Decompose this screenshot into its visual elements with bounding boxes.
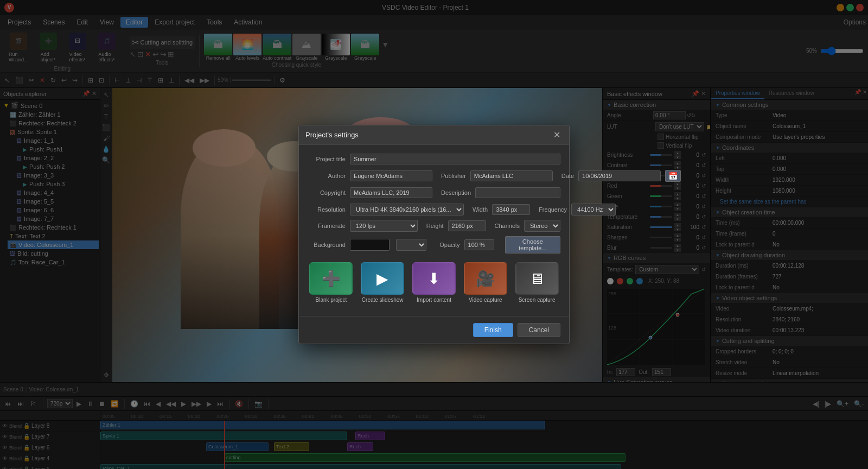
modal-body: Project title Author Publisher Date 📅 Co… [299,145,569,316]
framerate-label: Framerate [308,223,346,229]
import-template[interactable]: ⬇ Import content [411,262,458,303]
import-name: Import content [417,297,451,303]
project-title-row: Project title [308,154,560,164]
modal-title-text: Project's settings [305,131,359,139]
slideshow-name: Create slideshow [362,297,404,303]
modal: Project's settings ✕ Project title Autho… [298,125,570,344]
width-label2: Width [473,206,488,213]
frequency-select[interactable]: 44100 Hz [571,204,616,216]
copyright-input[interactable] [350,187,432,198]
calendar-button[interactable]: 📅 [665,170,681,182]
date-input[interactable] [578,170,661,181]
screen-capture-template[interactable]: 🖥 Screen capture [513,262,560,303]
screen-icon: 🖥 [529,270,545,288]
screen-thumb: 🖥 [515,262,559,295]
channels-label: Channels [495,223,520,229]
slideshow-thumb: ▶ [361,262,404,295]
import-icon: ⬇ [427,270,440,288]
background-label: Background [308,242,346,248]
description-label: Description [441,189,471,196]
height-input[interactable] [448,220,486,231]
width-input[interactable] [492,204,530,215]
cancel-button[interactable]: Cancel [518,323,560,337]
capture-icon: 🎥 [476,270,495,288]
import-thumb: ⬇ [412,262,456,295]
author-label: Author [308,173,346,179]
publisher-input[interactable] [470,170,553,181]
project-title-label: Project title [308,156,346,162]
height-label2: Height [426,223,444,229]
framerate-select[interactable]: 120 fps [350,220,418,232]
blank-icon: ➕ [322,270,341,288]
background-row: Background Opacity Choose template... [308,236,560,253]
finish-button[interactable]: Finish [473,323,513,337]
choose-template-button[interactable]: Choose template... [505,236,560,253]
frequency-label: Frequency [539,206,567,213]
description-input[interactable] [475,187,560,198]
background-select[interactable] [396,239,426,251]
screen-name: Screen capture [519,297,556,303]
blank-project-template[interactable]: ➕ Blank project [308,262,355,303]
opacity-label: Opacity [439,242,459,248]
author-input[interactable] [350,170,432,181]
video-capture-template[interactable]: 🎥 Video capture [462,262,509,303]
templates-grid: ➕ Blank project ▶ Create slideshow ⬇ Imp… [308,258,560,307]
author-row: Author Publisher Date 📅 [308,170,560,182]
slideshow-icon: ▶ [376,270,388,288]
project-title-input[interactable] [350,154,560,164]
capture-name: Video capture [469,297,502,303]
publisher-label: Publisher [441,173,466,179]
copyright-label: Copyright [308,189,346,196]
capture-thumb: 🎥 [464,262,507,295]
blank-name: Blank project [315,297,347,303]
opacity-input[interactable] [464,239,494,250]
background-swatch[interactable] [350,239,390,251]
modal-title-bar: Project's settings ✕ [299,125,569,145]
resolution-row: Resolution Ultra HD 4K 3840x2160 pixels … [308,204,560,216]
slideshow-template[interactable]: ▶ Create slideshow [359,262,406,303]
modal-footer: Finish Cancel [299,316,569,344]
framerate-row: Framerate 120 fps Height Channels Stereo [308,220,560,232]
channels-select[interactable]: Stereo [524,220,560,232]
resolution-label: Resolution [308,206,346,213]
date-label: Date [561,173,574,179]
copyright-row: Copyright Description [308,187,560,198]
modal-overlay: Project's settings ✕ Project title Autho… [0,0,868,469]
resolution-select[interactable]: Ultra HD 4K 3840x2160 pixels (16... [350,204,464,216]
modal-close-button[interactable]: ✕ [551,130,563,140]
blank-thumb: ➕ [309,262,353,295]
